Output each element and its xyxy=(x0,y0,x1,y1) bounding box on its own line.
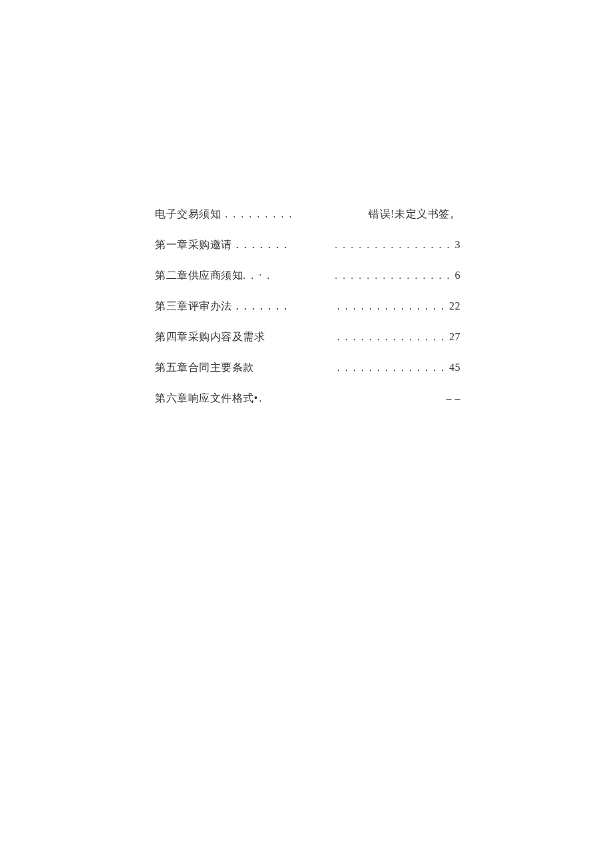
toc-entry-left: 第四章采购内容及需求 xyxy=(155,332,265,342)
toc-dots-right: . . . . . . . . . . . . . . xyxy=(337,331,449,342)
toc-dots-left: . . . . . . . xyxy=(232,239,288,250)
toc-entry-left: 第二章供应商须知. . · . xyxy=(155,270,271,281)
toc-dots-right: . . . . . . . . . . . . . . . xyxy=(335,270,455,281)
toc-entry-right: – – xyxy=(446,393,461,404)
toc-entry-right: 错误!未定义书签。 xyxy=(368,209,460,220)
toc-page: 3 xyxy=(455,239,461,250)
toc-dots-left: . . · . xyxy=(243,270,271,281)
toc-title: 第三章评审办法 xyxy=(155,300,232,312)
document-page: 电子交易须知 . . . . . . . . . 错误!未定义书签。 第一章采购… xyxy=(0,0,614,868)
toc-entry-left: 第三章评审办法 . . . . . . . xyxy=(155,301,288,312)
toc-row: 第二章供应商须知. . · . . . . . . . . . . . . . … xyxy=(155,270,460,281)
toc-row: 第五章合同主要条款 . . . . . . . . . . . . . . 45 xyxy=(155,362,460,373)
toc-title: 第五章合同主要条款 xyxy=(155,362,254,373)
toc-dots-right: . . . . . . . . . . . . . . xyxy=(337,362,449,373)
toc-entry-left: 电子交易须知 . . . . . . . . . xyxy=(155,209,293,220)
toc-dots-left: . . . . . . . . . xyxy=(221,208,293,220)
toc-title: 第一章采购邀请 xyxy=(155,239,232,250)
toc-page: 22 xyxy=(449,300,460,312)
toc-row: 第三章评审办法 . . . . . . . . . . . . . . . . … xyxy=(155,301,460,312)
toc-dots-right: . . . . . . . . . . . . . . xyxy=(337,300,449,312)
toc-page: 45 xyxy=(449,362,460,373)
toc-page: – – xyxy=(446,392,461,404)
toc-row: 第一章采购邀请 . . . . . . . . . . . . . . . . … xyxy=(155,240,460,250)
toc-title: 第二章供应商须知 xyxy=(155,270,243,281)
toc-entry-right: . . . . . . . . . . . . . . 45 xyxy=(337,362,460,373)
toc-dots-left: •. xyxy=(254,392,264,404)
toc-entry-right: . . . . . . . . . . . . . . 22 xyxy=(337,301,460,312)
toc-title: 第六章响应文件格式 xyxy=(155,392,254,404)
toc-entry-left: 第一章采购邀请 . . . . . . . xyxy=(155,240,288,250)
toc-dots-right: . . . . . . . . . . . . . . . xyxy=(335,239,455,250)
toc-page: 错误!未定义书签。 xyxy=(368,208,460,220)
toc-title: 电子交易须知 xyxy=(155,208,221,220)
toc-dots-left: . . . . . . . xyxy=(232,300,288,312)
table-of-contents: 电子交易须知 . . . . . . . . . 错误!未定义书签。 第一章采购… xyxy=(155,209,460,424)
toc-row: 电子交易须知 . . . . . . . . . 错误!未定义书签。 xyxy=(155,209,460,220)
toc-page: 27 xyxy=(449,331,460,342)
toc-entry-left: 第六章响应文件格式•. xyxy=(155,393,263,404)
toc-title: 第四章采购内容及需求 xyxy=(155,331,265,342)
toc-row: 第四章采购内容及需求 . . . . . . . . . . . . . . 2… xyxy=(155,332,460,342)
toc-entry-right: . . . . . . . . . . . . . . 27 xyxy=(337,332,460,342)
toc-row: 第六章响应文件格式•. – – xyxy=(155,393,460,404)
toc-entry-right: . . . . . . . . . . . . . . . 6 xyxy=(335,270,461,281)
toc-page: 6 xyxy=(455,270,461,281)
toc-entry-left: 第五章合同主要条款 xyxy=(155,362,254,373)
toc-entry-right: . . . . . . . . . . . . . . . 3 xyxy=(335,240,461,250)
